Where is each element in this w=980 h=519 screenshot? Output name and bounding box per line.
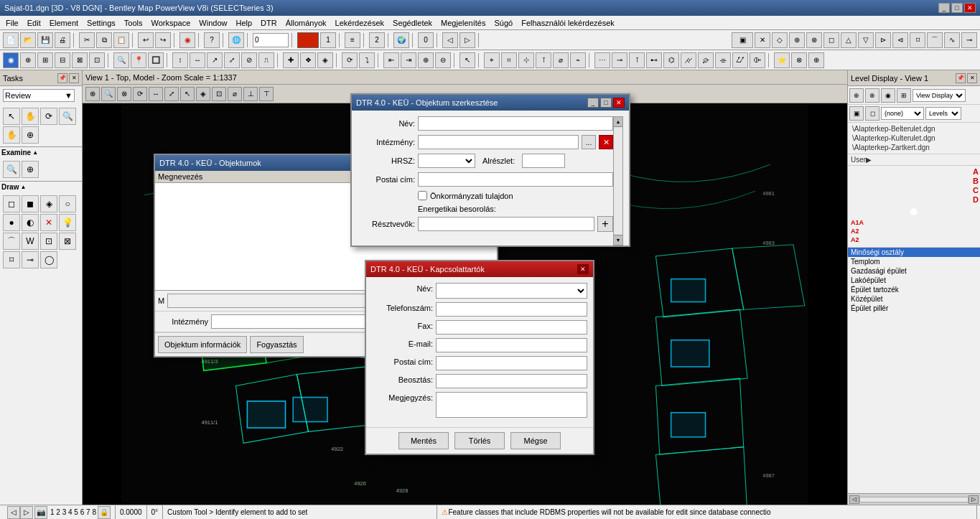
resztvevok-input[interactable]: [418, 217, 594, 231]
draw-icon-3[interactable]: ◈: [40, 195, 57, 212]
draw-icon-4[interactable]: ○: [59, 195, 76, 212]
tb2-b6[interactable]: ⊡: [89, 52, 105, 68]
tb2-b7[interactable]: 🔍: [113, 52, 129, 68]
cat-lakoepulet[interactable]: Lakóépület: [848, 276, 980, 285]
toolbar-globe[interactable]: 🌐: [228, 32, 244, 48]
level-btn-6[interactable]: ◻: [865, 106, 879, 121]
menu-lekerdezesek[interactable]: Lekérdezések: [331, 17, 389, 29]
tb2-b22[interactable]: ⇥: [401, 52, 416, 68]
toolbar-r11[interactable]: ⌑: [910, 32, 925, 48]
map-tb-6[interactable]: ⤢: [164, 87, 179, 101]
tb2-b4[interactable]: ⊟: [55, 52, 70, 68]
tb2-b32[interactable]: ⊸: [612, 52, 627, 68]
alreszlet-input[interactable]: [522, 154, 565, 168]
tb2-b17[interactable]: ❖: [300, 52, 316, 68]
toolbar-num0[interactable]: 0: [418, 32, 434, 48]
contact-telefon-input[interactable]: [436, 302, 587, 317]
contact-email-input[interactable]: [436, 338, 587, 352]
menu-element[interactable]: Element: [45, 17, 83, 29]
contact-postai-input[interactable]: [436, 356, 587, 370]
nev-input[interactable]: [418, 116, 613, 131]
scroll-up-btn[interactable]: ▲: [614, 117, 622, 127]
level-display-pin[interactable]: 📌: [956, 73, 966, 83]
task-icon-6[interactable]: ⊕: [22, 126, 39, 144]
level-none-select[interactable]: (none): [881, 107, 924, 120]
level-btn-3[interactable]: ◉: [881, 88, 895, 103]
tb2-b30[interactable]: ⌁: [570, 52, 586, 68]
tb2-b37[interactable]: ⌮: [698, 52, 714, 68]
scroll-right-btn[interactable]: ▷: [969, 495, 979, 504]
menu-window[interactable]: Window: [195, 17, 231, 29]
toolbar-r4[interactable]: ⊕: [789, 32, 805, 48]
nav-forward[interactable]: ▷: [20, 506, 33, 519]
level-btn-1[interactable]: ⊕: [849, 88, 864, 103]
tb2-b39[interactable]: ⌰: [732, 52, 748, 68]
contact-mentes-btn[interactable]: Mentés: [398, 432, 449, 449]
toolbar-lines[interactable]: ≡: [345, 32, 360, 48]
task-icon-5[interactable]: ✋: [3, 126, 20, 144]
intezmeny-input[interactable]: [418, 135, 579, 149]
toolbar-globe2[interactable]: 🌍: [393, 32, 409, 48]
tb2-b1[interactable]: ◉: [3, 52, 19, 68]
toolbar-print[interactable]: 🖨: [55, 32, 70, 48]
task-icon-3[interactable]: ⟳: [40, 108, 57, 125]
draw-icon-1[interactable]: ◻: [3, 195, 20, 212]
task-icon-1[interactable]: ↖: [3, 108, 20, 125]
tasks-pin-btn[interactable]: 📌: [57, 73, 67, 83]
postai-cim-input[interactable]: [418, 172, 613, 187]
toolbar-copy[interactable]: ⧉: [96, 32, 112, 48]
examine-icon-2[interactable]: ⊕: [22, 161, 39, 178]
tasks-review-dropdown[interactable]: Review ▼: [3, 89, 75, 102]
map-tb-1[interactable]: ⊕: [85, 87, 100, 101]
tb2-b29[interactable]: ⌀: [553, 52, 569, 68]
toolbar-left[interactable]: ◁: [442, 32, 458, 48]
dialog-obj-maximize[interactable]: □: [600, 98, 612, 108]
toolbar-new[interactable]: 📄: [3, 32, 19, 48]
toolbar-r7[interactable]: △: [841, 32, 857, 48]
toolbar-num1[interactable]: 1: [320, 32, 336, 48]
toolbar-r8[interactable]: ▽: [858, 32, 874, 48]
contact-fax-input[interactable]: [436, 320, 587, 335]
intezmeny-clear-btn[interactable]: ✕: [599, 135, 613, 149]
toolbar-open[interactable]: 📂: [20, 32, 36, 48]
draw-icon-5[interactable]: ●: [3, 214, 20, 231]
contact-megjegyzes-textarea[interactable]: [436, 392, 587, 418]
toolbar-r3[interactable]: ◇: [772, 32, 788, 48]
color-swatch[interactable]: [297, 32, 319, 48]
map-tb-5[interactable]: ↔: [149, 87, 163, 101]
hrsz-select[interactable]: [418, 154, 475, 168]
nav-lock[interactable]: 🔒: [98, 506, 111, 519]
dgn-item-3[interactable]: \Alapterkep-Zartkert.dgn: [849, 143, 979, 152]
abc-B1[interactable]: B: [973, 177, 979, 185]
contact-megse-btn[interactable]: Mégse: [510, 432, 561, 449]
map-tb-3[interactable]: ⊗: [117, 87, 131, 101]
onkormanyzati-checkbox[interactable]: [418, 191, 427, 200]
tb2-b3[interactable]: ⊞: [37, 52, 53, 68]
dialog-obj-close[interactable]: ✕: [613, 98, 625, 108]
menu-megjelenittes[interactable]: Megjelenítés: [437, 17, 490, 29]
draw-icon-9[interactable]: ⌒: [3, 233, 20, 250]
intezmeny-browse-btn[interactable]: ...: [582, 135, 596, 149]
toolbar-r2[interactable]: ✕: [755, 32, 770, 48]
level-viewdisplay-select[interactable]: View Display: [913, 89, 966, 102]
dialog-contact-close[interactable]: ✕: [577, 264, 589, 274]
map-tb-8[interactable]: ◈: [196, 87, 210, 101]
toolbar-paste[interactable]: 📋: [113, 32, 129, 48]
draw-icon-2[interactable]: ◼: [22, 195, 39, 212]
map-tb-10[interactable]: ⌀: [228, 87, 242, 101]
menu-settings[interactable]: Settings: [83, 17, 120, 29]
menu-file[interactable]: File: [1, 17, 23, 29]
tb2-b27[interactable]: ⊹: [518, 52, 534, 68]
draw-icon-15[interactable]: ◯: [40, 251, 57, 268]
cat-minosegi[interactable]: Minőségi osztály: [848, 248, 980, 257]
tasks-close-btn[interactable]: ✕: [69, 73, 79, 83]
cat-epulet-iller[interactable]: Épület pillér: [848, 304, 980, 313]
level-btn-2[interactable]: ⊗: [865, 88, 879, 103]
draw-icon-13[interactable]: ⌑: [3, 251, 20, 268]
tb2-b42[interactable]: ⊗: [791, 52, 807, 68]
tb2-b16[interactable]: ✚: [283, 52, 299, 68]
tb2-b8[interactable]: 📍: [131, 52, 146, 68]
draw-icon-11[interactable]: ⊡: [40, 233, 57, 250]
minimize-btn[interactable]: _: [938, 3, 950, 13]
abc-C1[interactable]: C: [973, 186, 979, 195]
